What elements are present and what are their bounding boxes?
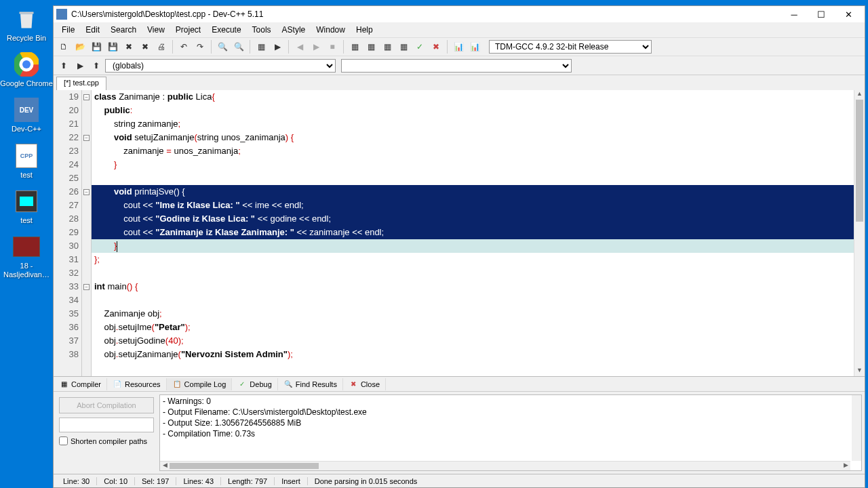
nav-back-icon[interactable]: ◀ <box>292 39 307 54</box>
status-line: Line: 30 <box>56 477 97 485</box>
recycle-bin-icon <box>13 5 40 33</box>
profile-icon[interactable]: 📊 <box>451 39 466 54</box>
scroll-up-icon[interactable]: ▲ <box>854 90 865 100</box>
tab-compiler[interactable]: ▦Compiler <box>54 378 107 390</box>
status-parse: Done parsing in 0.015 seconds <box>308 477 425 485</box>
log-horizontal-scrollbar[interactable]: ◀ ▶ <box>160 461 850 470</box>
compile-filter-input[interactable] <box>59 418 154 432</box>
tab-compile-log[interactable]: 📋Compile Log <box>167 378 233 390</box>
compile-current-icon[interactable]: ▦ <box>396 39 411 54</box>
toolbar-separator <box>343 40 344 54</box>
bookmark-icon[interactable]: ■ <box>325 39 340 54</box>
print-icon[interactable]: 🖨 <box>154 39 169 54</box>
toolbar-separator <box>288 40 289 54</box>
menu-tools[interactable]: Tools <box>247 24 277 36</box>
debug-stop-icon[interactable]: ✖ <box>429 39 443 54</box>
vertical-scrollbar[interactable]: ▲ ▼ <box>854 90 865 376</box>
rebuild-icon[interactable]: ▦ <box>363 39 378 54</box>
desktop-icon-label: test <box>20 216 33 225</box>
close-icon: ✖ <box>349 380 358 389</box>
menu-edit[interactable]: Edit <box>80 24 105 36</box>
run-icon[interactable]: ▶ <box>270 39 285 54</box>
scroll-right-icon[interactable]: ▶ <box>841 462 850 470</box>
scrollbar-thumb[interactable] <box>856 100 863 222</box>
menu-view[interactable]: View <box>142 24 170 36</box>
debug-icon: ✓ <box>237 380 247 389</box>
tab-find-results[interactable]: 🔍Find Results <box>278 378 343 390</box>
svg-point-4 <box>22 60 31 68</box>
symbol-select[interactable] <box>341 59 572 73</box>
menu-project[interactable]: Project <box>170 24 206 36</box>
scroll-left-icon[interactable]: ◀ <box>160 462 170 470</box>
desktop-icon-chrome[interactable]: Google Chrome <box>0 51 53 88</box>
compile-icon[interactable]: ▦ <box>254 39 269 54</box>
menu-execute[interactable]: Execute <box>206 24 246 36</box>
tab-test-cpp[interactable]: [*] test.cpp <box>56 77 106 90</box>
chrome-icon <box>13 51 40 78</box>
compile-log-output[interactable]: - Warnings: 0- Output Filename: C:\Users… <box>159 394 862 471</box>
close-all-icon[interactable]: ✖ <box>138 39 153 54</box>
menu-file[interactable]: File <box>56 24 80 36</box>
toolbar-separator <box>250 40 250 54</box>
redo-icon[interactable]: ↷ <box>193 39 208 54</box>
toolbar-separator <box>447 40 448 54</box>
main-toolbar: 🗋 📂 💾 💾 ✖ ✖ 🖨 ↶ ↷ 🔍 🔍 ▦ ▶ ◀ ▶ ■ ▦ ▦ ▦ ▦ … <box>54 37 865 56</box>
desktop-icon-video[interactable]: 18 - Nasljeđivan… <box>0 233 53 279</box>
goto-function-icon[interactable]: ⬆ <box>56 58 71 73</box>
save-all-icon[interactable]: 💾 <box>105 39 120 54</box>
goto-line-icon[interactable]: ⬆ <box>89 58 104 73</box>
maximize-button[interactable]: ☐ <box>808 7 835 22</box>
open-file-icon[interactable]: 📂 <box>73 39 87 54</box>
editor-tabs: [*] test.cpp <box>54 75 865 90</box>
desktop-icon-test-cpp[interactable]: CPP test <box>0 142 53 180</box>
tab-resources[interactable]: 📄Resources <box>107 378 167 390</box>
close-button[interactable]: ✕ <box>835 7 862 22</box>
menu-search[interactable]: Search <box>105 24 142 36</box>
code-editor[interactable]: class Zanimanje : public Lica{ public: s… <box>92 90 865 376</box>
new-file-icon[interactable]: 🗋 <box>56 39 71 54</box>
devcpp-icon: DEV <box>13 96 40 123</box>
app-icon <box>56 9 67 20</box>
scroll-down-icon[interactable]: ▼ <box>854 367 865 376</box>
desktop-icon-label: Recycle Bin <box>7 34 46 43</box>
close-file-icon[interactable]: ✖ <box>121 39 136 54</box>
log-icon: 📋 <box>172 380 182 389</box>
window-title: C:\Users\mistergold\Desktop\test.cpp - D… <box>71 9 781 19</box>
compile-run-icon[interactable]: ▦ <box>347 39 362 54</box>
delete-profile-icon[interactable]: 📊 <box>467 39 482 54</box>
nav-fwd-icon[interactable]: ▶ <box>309 39 323 54</box>
find-icon[interactable]: 🔍 <box>215 39 230 54</box>
titlebar[interactable]: C:\Users\mistergold\Desktop\test.cpp - D… <box>54 6 865 22</box>
status-col: Col: 10 <box>97 477 135 485</box>
goto-bookmark-icon[interactable]: ▶ <box>73 58 87 73</box>
menu-window[interactable]: Window <box>311 24 351 36</box>
shorten-paths-checkbox[interactable]: Shorten compiler paths <box>59 436 154 445</box>
menu-astyle[interactable]: AStyle <box>277 24 311 36</box>
scope-select[interactable]: (globals) <box>105 59 336 73</box>
scrollbar-thumb[interactable] <box>170 463 319 469</box>
status-sel: Sel: 197 <box>135 477 176 485</box>
compile-controls: Abort Compilation Shorten compiler paths <box>54 392 159 474</box>
video-file-icon <box>13 233 40 260</box>
log-vertical-scrollbar[interactable] <box>852 395 861 461</box>
save-icon[interactable]: 💾 <box>89 39 104 54</box>
menubar: File Edit Search View Project Execute To… <box>54 22 865 37</box>
syntax-check-icon[interactable]: ▦ <box>380 39 395 54</box>
debug-check-icon[interactable]: ✓ <box>412 39 427 54</box>
status-insert: Insert <box>275 477 308 485</box>
exe-file-icon <box>13 188 40 215</box>
toolbar-separator <box>172 40 173 54</box>
menu-help[interactable]: Help <box>351 24 378 36</box>
abort-compilation-button[interactable]: Abort Compilation <box>59 397 154 413</box>
tab-debug[interactable]: ✓Debug <box>232 378 277 390</box>
undo-icon[interactable]: ↶ <box>176 39 191 54</box>
replace-icon[interactable]: 🔍 <box>231 39 246 54</box>
desktop-icon-test-exe[interactable]: test <box>0 188 53 225</box>
line-number-gutter: 1920212223242526272829303132333435363738 <box>54 90 82 376</box>
editor-area: 1920212223242526272829303132333435363738… <box>54 90 865 376</box>
compiler-select[interactable]: TDM-GCC 4.9.2 32-bit Release <box>489 40 652 54</box>
minimize-button[interactable]: ─ <box>781 7 808 22</box>
desktop-icon-recycle-bin[interactable]: Recycle Bin <box>0 5 53 43</box>
tab-close[interactable]: ✖Close <box>343 378 386 390</box>
desktop-icon-devcpp[interactable]: DEV Dev-C++ <box>0 96 53 134</box>
